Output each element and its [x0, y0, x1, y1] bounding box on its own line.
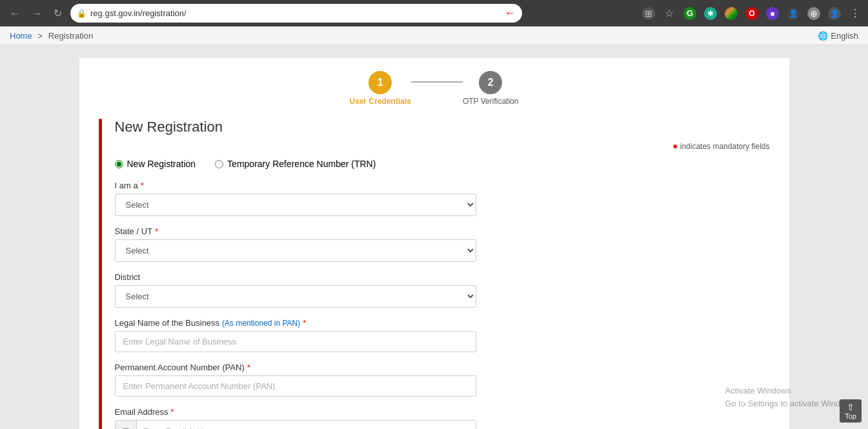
breadcrumb-separator: > [38, 31, 45, 41]
globe-icon: 🌐 [818, 31, 828, 41]
step-1-circle: 1 [368, 71, 392, 94]
radio-trn[interactable]: Temporary Reference Number (TRN) [215, 159, 376, 169]
email-input[interactable] [137, 421, 476, 430]
radio-group: New Registration Temporary Reference Num… [115, 159, 770, 169]
menu-icon[interactable]: ⋮ [849, 7, 862, 20]
colorful-icon[interactable] [725, 7, 738, 20]
step-1-label: User Credentials [350, 97, 411, 106]
field-label-district: District [115, 272, 770, 282]
nav-bar: Home > Registration 🌐 English [0, 26, 868, 45]
step-2-circle: 2 [479, 71, 502, 94]
extension-icon[interactable]: ■ [766, 7, 779, 20]
field-group-district: District Select [115, 272, 770, 308]
email-wrapper: ✉ [115, 420, 476, 429]
field-group-legal-name: Legal Name of the Business (As mentioned… [115, 318, 770, 352]
mandatory-dot: ● [672, 141, 678, 151]
field-label-legal-name: Legal Name of the Business (As mentioned… [115, 318, 770, 328]
field-label-state: State / UT * [115, 226, 770, 236]
legal-name-sub: (As mentioned in PAN) [222, 319, 300, 328]
field-label-i-am-a: I am a * [115, 181, 770, 190]
language-selector[interactable]: 🌐 English [818, 31, 858, 41]
mandatory-note: ● indicates mandatory fields [115, 141, 770, 151]
pan-input[interactable] [115, 375, 476, 397]
grammarly-icon[interactable]: G [683, 7, 696, 20]
field-group-pan: Permanent Account Number (PAN) * [115, 363, 770, 397]
browser-chrome: ← → ↻ 🔒 ← ⊞ ☆ G ✱ O ■ 👤 ⊕ 👤 ⋮ [0, 0, 868, 26]
required-star-1: * [141, 181, 144, 190]
field-label-pan: Permanent Account Number (PAN) * [115, 363, 770, 372]
field-group-email: Email Address * ✉ [115, 407, 770, 429]
email-icon: ✉ [116, 421, 137, 429]
opera-icon[interactable]: O [745, 7, 758, 20]
forward-button[interactable]: → [28, 6, 45, 21]
lock-icon: 🔒 [77, 9, 86, 18]
page-wrapper: 1 User Credentials 2 OTP Verification Ne… [0, 45, 868, 429]
step-1: 1 User Credentials [350, 71, 411, 106]
form-area: New Registration ● indicates mandatory f… [99, 119, 770, 429]
url-input[interactable] [90, 8, 500, 18]
top-arrow-icon: ⇧ [847, 402, 854, 412]
step-2-label: OTP Verification [463, 97, 518, 106]
main-content: 1 User Credentials 2 OTP Verification Ne… [79, 58, 789, 429]
home-link[interactable]: Home [10, 31, 32, 41]
bookmark-star-icon[interactable]: ☆ [663, 7, 676, 20]
field-group-i-am-a: I am a * Select [115, 181, 770, 216]
step-2: 2 OTP Verification [463, 71, 518, 106]
profile-icon[interactable]: 👤 [787, 7, 800, 20]
radio-trn-input[interactable] [215, 160, 223, 168]
field-label-email: Email Address * [115, 407, 770, 417]
required-star-4: * [247, 363, 250, 372]
stepper: 1 User Credentials 2 OTP Verification [99, 71, 770, 106]
radio-new-registration[interactable]: New Registration [115, 159, 196, 169]
breadcrumb-current: Registration [48, 31, 93, 41]
red-vertical-bar [99, 119, 102, 429]
lastpass-icon[interactable]: ✱ [704, 7, 717, 20]
required-star-3: * [303, 318, 306, 328]
required-star-2: * [155, 226, 158, 236]
user-avatar-icon[interactable]: 👤 [828, 7, 841, 20]
page-title: New Registration [115, 119, 770, 135]
address-bar[interactable]: 🔒 ← [70, 4, 522, 23]
breadcrumb: Home > Registration [10, 30, 93, 41]
radio-new-registration-input[interactable] [115, 160, 123, 168]
required-star-5: * [171, 407, 174, 417]
step-connector [411, 81, 463, 83]
select-state[interactable]: Select [115, 239, 476, 262]
refresh-button[interactable]: ↻ [50, 6, 65, 21]
url-arrow-indicator: ← [504, 6, 516, 20]
screen-share-icon[interactable]: ⊞ [642, 7, 655, 20]
form-container: New Registration ● indicates mandatory f… [115, 119, 770, 429]
extensions-icon[interactable]: ⊕ [807, 7, 820, 20]
legal-name-input[interactable] [115, 331, 476, 352]
field-group-state: State / UT * Select [115, 226, 770, 262]
select-i-am-a[interactable]: Select [115, 194, 476, 216]
select-district[interactable]: Select [115, 285, 476, 308]
top-button[interactable]: ⇧ Top [840, 399, 862, 423]
back-button[interactable]: ← [6, 6, 23, 21]
browser-toolbar: ⊞ ☆ G ✱ O ■ 👤 ⊕ 👤 ⋮ [642, 7, 862, 20]
